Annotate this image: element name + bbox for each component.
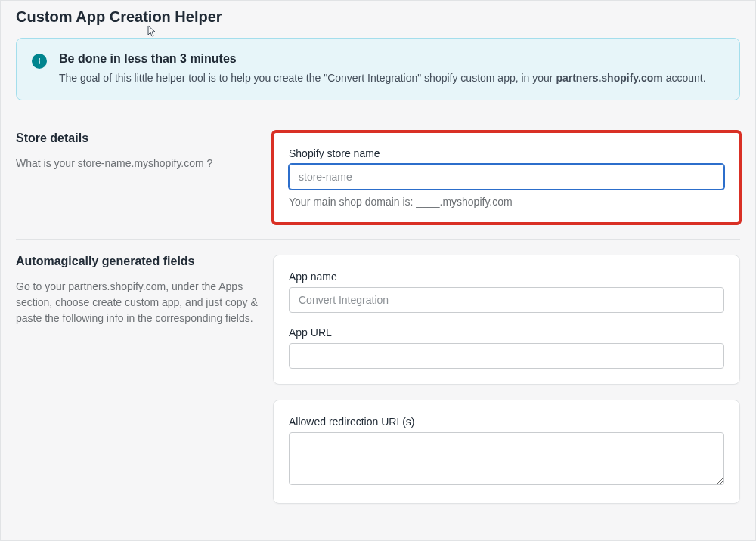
section-left: Automagically generated fields Go to you… bbox=[16, 255, 258, 504]
svg-rect-1 bbox=[39, 60, 40, 64]
app-name-label: App name bbox=[289, 270, 724, 283]
section-right: App name App URL Allowed redirection URL… bbox=[273, 255, 740, 504]
app-fields-card: App name App URL bbox=[273, 255, 740, 385]
redirect-label: Allowed redirection URL(s) bbox=[289, 416, 724, 428]
page-title: Custom App Creation Helper bbox=[1, 1, 755, 32]
section-right: Shopify store name Your main shop domain… bbox=[273, 131, 740, 224]
section-left: Store details What is your store-name.my… bbox=[16, 131, 258, 224]
redirect-textarea[interactable] bbox=[289, 432, 724, 485]
info-banner: Be done in less than 3 minutes The goal … bbox=[16, 38, 740, 100]
page-container: Custom App Creation Helper Be done in le… bbox=[0, 0, 756, 541]
store-name-label: Shopify store name bbox=[289, 147, 724, 159]
svg-point-0 bbox=[39, 58, 40, 60]
banner-text: The goal of this little helper tool is t… bbox=[59, 70, 724, 86]
app-name-field: App name bbox=[289, 270, 724, 313]
app-url-field: App URL bbox=[289, 326, 724, 369]
store-name-input[interactable] bbox=[289, 164, 724, 190]
store-name-help: Your main shop domain is: ____.myshopify… bbox=[289, 196, 724, 208]
redirect-card: Allowed redirection URL(s) bbox=[273, 400, 740, 504]
banner-text-bold: partners.shopify.com bbox=[556, 72, 662, 84]
store-details-card: Shopify store name Your main shop domain… bbox=[273, 131, 740, 224]
app-url-label: App URL bbox=[289, 326, 724, 339]
store-details-description: What is your store-name.myshopify.com ? bbox=[16, 156, 258, 172]
info-icon bbox=[32, 54, 47, 69]
banner-title: Be done in less than 3 minutes bbox=[59, 52, 724, 66]
generated-fields-section: Automagically generated fields Go to you… bbox=[1, 240, 755, 519]
app-name-input[interactable] bbox=[289, 287, 724, 313]
store-details-section: Store details What is your store-name.my… bbox=[1, 116, 755, 239]
banner-text-suffix: account. bbox=[663, 72, 706, 84]
store-details-heading: Store details bbox=[16, 131, 258, 145]
banner-content: Be done in less than 3 minutes The goal … bbox=[59, 52, 724, 86]
app-url-input[interactable] bbox=[289, 343, 724, 369]
banner-text-prefix: The goal of this little helper tool is t… bbox=[59, 72, 556, 84]
generated-heading: Automagically generated fields bbox=[16, 255, 258, 268]
generated-description: Go to your partners.shopify.com, under t… bbox=[16, 279, 258, 326]
